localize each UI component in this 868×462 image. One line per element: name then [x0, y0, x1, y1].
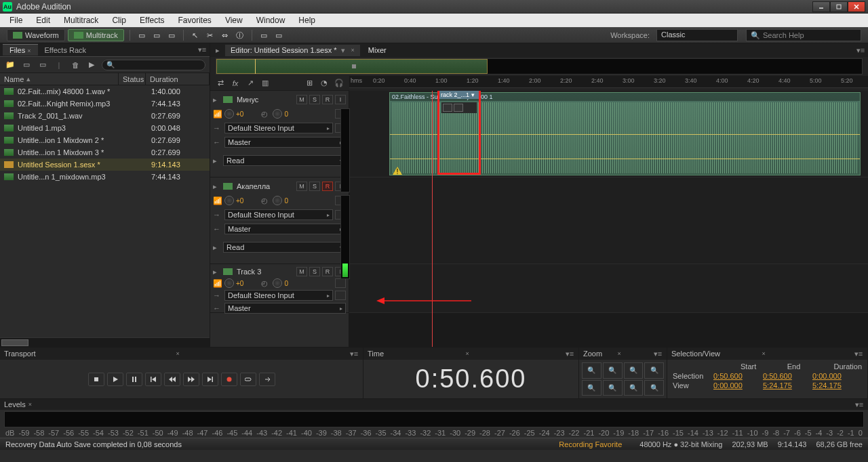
file-row[interactable]: Track 2_001_1.wav0:27.699	[0, 110, 210, 122]
sel-start[interactable]: 0:50.600	[713, 372, 763, 380]
prev-button[interactable]	[145, 373, 161, 386]
tab-files[interactable]: Files×	[3, 44, 38, 56]
editor-panel-menu-icon[interactable]: ▾≡	[856, 46, 865, 55]
extra-tool-1[interactable]: ▭	[258, 29, 270, 41]
output-select[interactable]: Master▸	[224, 137, 346, 148]
col-status[interactable]: Status	[119, 73, 146, 85]
tt-snap-icon[interactable]: ⊞	[303, 78, 315, 89]
minimize-button[interactable]	[812, 1, 830, 12]
track-name[interactable]: Акапелла	[237, 182, 294, 190]
file-row[interactable]: Untitled Session 1.sesx *9:14.143	[0, 159, 210, 171]
zoom-in-point[interactable]: 🔍	[624, 380, 644, 396]
skip-button[interactable]	[259, 373, 275, 386]
zoom-in-v[interactable]: 🔍	[582, 380, 601, 396]
zoom-in-h[interactable]: 🔍	[582, 362, 601, 379]
file-row[interactable]: 02.Fait...mix) 48000 1.wav *1:40.000	[0, 85, 210, 98]
sel-end[interactable]: 0:50.600	[763, 372, 812, 380]
slip-tool-icon[interactable]: ⇔	[219, 29, 231, 41]
phase-icon[interactable]	[335, 278, 346, 288]
workspace-select[interactable]: Classic	[656, 29, 738, 41]
timeline-ruler[interactable]: hms 0:200:401:001:201:402:002:202:403:00…	[349, 76, 868, 88]
tool-icon-3[interactable]: ▭	[165, 29, 178, 41]
output-select[interactable]: Master▸	[224, 224, 346, 234]
view-end[interactable]: 5:24.175	[763, 381, 812, 390]
sel-dur[interactable]: 0:00.000	[812, 372, 862, 380]
editor-nav-icon[interactable]: ▸	[213, 46, 222, 55]
zoom-out-v[interactable]: 🔍	[603, 380, 623, 396]
zoom-out-point[interactable]: 🔍	[644, 380, 664, 396]
levels-meter[interactable]	[4, 411, 864, 427]
tab-editor[interactable]: Editor: Untitled Session 1.sesx *▾×	[225, 45, 360, 56]
menu-edit[interactable]: Edit	[29, 14, 57, 26]
input-mon-icon[interactable]	[335, 291, 346, 300]
col-duration[interactable]: Duration	[146, 73, 210, 85]
menu-help[interactable]: Help	[292, 14, 322, 26]
pause-button[interactable]	[126, 373, 142, 386]
solo-button[interactable]: S	[309, 267, 320, 276]
menu-effects[interactable]: Effects	[133, 14, 171, 26]
monitor-button[interactable]: I	[335, 95, 346, 104]
move-tool-icon[interactable]: ↖	[189, 29, 201, 41]
tt-fx-icon[interactable]: fx	[229, 78, 241, 89]
tt-send-icon[interactable]: ↗	[244, 78, 256, 89]
open-file-icon[interactable]: 📁	[4, 60, 16, 70]
menu-favorites[interactable]: Favorites	[172, 14, 218, 26]
menu-file[interactable]: File	[3, 14, 29, 26]
extra-tool-2[interactable]: ▭	[273, 29, 285, 41]
view-dur[interactable]: 5:24.175	[812, 381, 862, 390]
tt-eq-icon[interactable]: ▥	[259, 78, 271, 89]
menu-window[interactable]: Window	[250, 14, 292, 26]
tt-monitor-icon[interactable]: 🎧	[333, 78, 345, 89]
output-select[interactable]: Master▸	[224, 303, 346, 314]
play-icon[interactable]: ▶	[85, 60, 98, 70]
zoom-sel[interactable]: 🔍	[644, 362, 664, 379]
record-button[interactable]	[221, 373, 237, 386]
pan-knob[interactable]	[273, 109, 282, 119]
col-name[interactable]: Name ▴	[0, 73, 119, 85]
menu-view[interactable]: View	[218, 14, 250, 26]
file-row[interactable]: Untitle...ion 1 Mixdown 3 *0:27.699	[0, 146, 210, 159]
next-button[interactable]	[202, 373, 218, 386]
file-hscroll[interactable]	[0, 337, 210, 347]
track-name[interactable]: Минус	[237, 96, 294, 104]
arm-record-button[interactable]: R	[322, 267, 333, 276]
tab-effects-rack[interactable]: Effects Rack	[38, 45, 94, 56]
loop-button[interactable]	[240, 373, 256, 386]
tab-mixer[interactable]: Mixer	[363, 45, 392, 56]
tool-icon-1[interactable]: ▭	[136, 29, 148, 41]
input-select[interactable]: Default Stereo Input▸	[224, 290, 333, 301]
arm-record-button[interactable]: R	[322, 95, 333, 104]
stop-button[interactable]	[88, 373, 104, 386]
search-help[interactable]: 🔍Search Help	[746, 29, 861, 41]
razor-tool-icon[interactable]: ✂	[204, 29, 216, 41]
multitrack-mode-button[interactable]: Multitrack	[68, 29, 124, 41]
close-button[interactable]	[848, 1, 865, 12]
volume-knob[interactable]	[224, 196, 234, 205]
time-display[interactable]: 0:50.600	[363, 360, 578, 398]
import-icon[interactable]: ▭	[37, 60, 49, 70]
automation-select[interactable]: Read▾	[223, 155, 346, 166]
menu-clip[interactable]: Clip	[105, 14, 133, 26]
track-content[interactable]: 02.Faithless - Sun ht Remix) 48000 1 rac…	[349, 91, 868, 347]
file-row[interactable]: Untitle...ion 1 Mixdown 2 *0:27.699	[0, 134, 210, 146]
automation-select[interactable]: Read▾	[223, 242, 346, 253]
file-search[interactable]: 🔍	[102, 60, 205, 70]
delete-icon[interactable]: 🗑	[69, 60, 81, 70]
file-row[interactable]: Untitle...n 1_mixdown.mp37:44.143	[0, 171, 210, 183]
menu-multitrack[interactable]: Multitrack	[57, 14, 105, 26]
zoom-full[interactable]: 🔍	[624, 362, 644, 379]
red-clip-label[interactable]: rack 2_...1 ▾	[439, 91, 479, 99]
track-expand-icon[interactable]: ▸	[213, 96, 221, 104]
panel-menu-icon[interactable]: ▾≡	[197, 45, 207, 54]
overview-bar[interactable]	[216, 58, 863, 75]
file-row[interactable]: Untitled 1.mp30:00.048	[0, 122, 210, 134]
track-expand-icon[interactable]: ▸	[213, 268, 221, 276]
tool-icon-2[interactable]: ▭	[151, 29, 163, 41]
tt-metronome-icon[interactable]: ◔	[318, 78, 330, 89]
mute-button[interactable]: M	[296, 182, 307, 191]
mute-button[interactable]: M	[296, 267, 307, 276]
solo-button[interactable]: S	[309, 182, 320, 191]
input-select[interactable]: Default Stereo Input▸	[224, 123, 333, 133]
waveform-mode-button[interactable]: Waveform	[7, 29, 65, 41]
time-tool-icon[interactable]: Ⓘ	[234, 29, 246, 41]
